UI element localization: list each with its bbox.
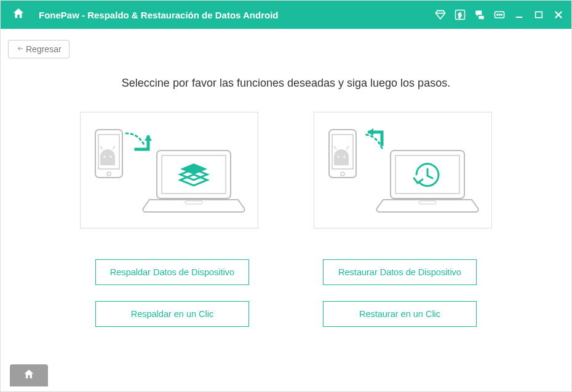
illustration-panels [38,112,534,229]
one-click-restore-button[interactable]: Restaurar en un Clic [323,301,477,327]
maximize-icon[interactable] [532,8,546,22]
svg-rect-7 [536,12,542,17]
svg-point-3 [497,14,498,15]
bottom-home-tab[interactable] [10,364,48,386]
main-content: Seleccine por favor las funciones desead… [1,58,571,339]
svg-point-15 [109,155,111,157]
svg-rect-35 [419,201,436,204]
svg-marker-18 [145,135,152,141]
backup-illustration [80,112,258,229]
svg-line-30 [334,146,336,149]
svg-point-5 [501,14,502,15]
backup-actions: Respaldar Datos de Dispositivo Respaldar… [95,259,249,327]
page-headline: Seleccine por favor las funciones desead… [38,77,534,90]
feedback-icon[interactable] [473,8,487,22]
restore-device-data-button[interactable]: Restaurar Datos de Dispositivo [323,259,477,285]
svg-point-27 [341,172,344,176]
svg-line-37 [427,176,432,178]
arrow-left-icon [16,44,25,54]
svg-rect-21 [185,201,202,204]
svg-point-28 [337,155,339,157]
restore-actions: Restaurar Datos de Dispositivo Restaurar… [323,259,477,327]
home-icon[interactable] [12,7,25,23]
facebook-icon[interactable]: f [453,8,467,22]
svg-line-31 [346,146,349,149]
more-icon[interactable] [493,8,506,22]
restore-illustration [314,112,492,229]
titlebar: FonePaw - Respaldo & Restauración de Dat… [1,1,571,29]
svg-point-13 [107,172,111,176]
minimize-icon[interactable] [512,8,526,22]
backup-device-data-button[interactable]: Respaldar Datos de Dispositivo [95,259,249,285]
svg-point-29 [343,155,345,157]
diamond-icon[interactable] [434,8,447,22]
brand-name: FonePaw [39,10,79,20]
svg-text:f: f [458,12,461,19]
back-button[interactable]: Regresar [8,40,70,58]
svg-point-14 [103,155,105,157]
titlebar-toolbar: f [434,8,565,22]
svg-line-16 [100,146,103,149]
svg-line-17 [113,146,115,149]
svg-point-4 [499,14,500,15]
home-icon [23,368,35,383]
close-icon[interactable] [552,8,565,22]
back-label: Regresar [26,44,62,54]
title-suffix: - Respaldo & Restauración de Datos Andro… [79,10,279,20]
one-click-backup-button[interactable]: Respaldar en un Clic [95,301,249,327]
back-bar: Regresar [1,29,571,58]
app-title: FonePaw - Respaldo & Restauración de Dat… [39,10,434,20]
action-buttons: Respaldar Datos de Dispositivo Respaldar… [38,259,534,327]
